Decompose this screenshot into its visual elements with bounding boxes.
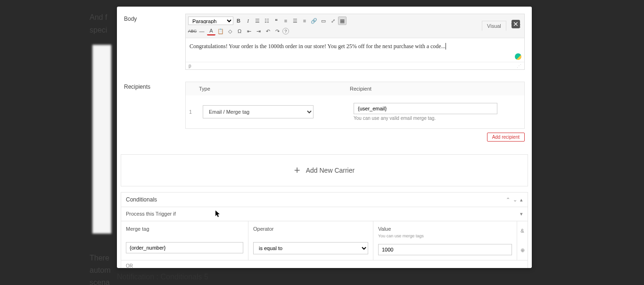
body-label: Body bbox=[124, 14, 185, 70]
tab-visual[interactable]: Visual bbox=[482, 21, 506, 31]
recipient-row: 1 Email / Merge tag You can use any vali… bbox=[186, 95, 524, 128]
body-text: Congratulations! Your order is the 1000t… bbox=[190, 43, 446, 50]
help-icon[interactable]: ? bbox=[282, 28, 289, 34]
body-section: Body Paragraph B I ☰ ☷ ❝ ≡ ☰ ≡ bbox=[117, 7, 532, 77]
bg-text: There bbox=[90, 254, 109, 262]
paste-text-icon[interactable]: 📋 bbox=[216, 27, 225, 35]
readmore-icon[interactable]: ▭ bbox=[319, 17, 328, 25]
col-recipient-header: Recipient bbox=[346, 82, 524, 95]
conditionals-section: Conditionals ⌃ ⌄ ▴ Process this Trigger … bbox=[121, 192, 528, 268]
grammarly-icon[interactable] bbox=[515, 53, 521, 60]
undo-icon[interactable]: ↶ bbox=[264, 27, 272, 35]
align-left-icon[interactable]: ≡ bbox=[281, 17, 290, 25]
operator-label: Operator bbox=[253, 226, 368, 232]
bg-text: scena bbox=[90, 278, 110, 285]
bold-icon[interactable]: B bbox=[234, 17, 243, 25]
format-select[interactable]: Paragraph bbox=[188, 17, 233, 25]
modal-lightbox: Visual Text Body Paragraph B I ☰ ☷ ❝ ≡ bbox=[117, 7, 532, 268]
fullscreen-icon[interactable]: ⤢ bbox=[329, 17, 337, 25]
toolbar-toggle-icon[interactable]: ▦ bbox=[338, 17, 347, 25]
image-caption: Notification : Conditionals 5 bbox=[117, 273, 208, 281]
chevron-up-icon[interactable]: ⌃ bbox=[506, 197, 510, 203]
recipient-value-input[interactable] bbox=[354, 103, 497, 114]
editor-textarea[interactable]: Congratulations! Your order is the 1000t… bbox=[186, 38, 524, 62]
value-input[interactable] bbox=[378, 244, 512, 255]
clear-format-icon[interactable]: ◇ bbox=[226, 27, 234, 35]
collapse-icon[interactable]: ▴ bbox=[520, 197, 523, 203]
conditionals-title: Conditionals bbox=[126, 196, 157, 203]
bg-panel bbox=[92, 45, 111, 234]
blockquote-icon[interactable]: ❝ bbox=[272, 17, 281, 25]
text-color-icon[interactable]: A bbox=[207, 27, 215, 35]
plus-icon: + bbox=[294, 164, 300, 176]
chevron-down-icon[interactable]: ⌄ bbox=[513, 197, 517, 203]
close-button[interactable]: ✕ bbox=[512, 20, 520, 28]
merge-tag-input[interactable] bbox=[126, 242, 243, 253]
recipients-table: Type Recipient 1 Email / Merge tag You c… bbox=[185, 82, 525, 129]
add-condition-icon[interactable]: ⊕ bbox=[520, 247, 525, 253]
and-button[interactable]: & bbox=[520, 228, 524, 234]
bg-text: And f bbox=[90, 13, 107, 22]
operator-select[interactable]: is equal to bbox=[253, 242, 368, 254]
bg-text: speci bbox=[90, 26, 107, 34]
recipient-type-select[interactable]: Email / Merge tag bbox=[203, 105, 314, 118]
hr-icon[interactable]: — bbox=[198, 27, 206, 35]
recipients-label: Recipients bbox=[124, 82, 185, 142]
redo-icon[interactable]: ↷ bbox=[273, 27, 281, 35]
add-carrier-label: Add New Carrier bbox=[306, 167, 355, 174]
col-type-header: Type bbox=[195, 82, 346, 95]
element-path: p bbox=[189, 63, 191, 68]
strikethrough-icon[interactable]: ABC bbox=[188, 27, 197, 35]
editor-toolbar: Paragraph B I ☰ ☷ ❝ ≡ ☰ ≡ 🔗 ▭ ⤢ ▦ bbox=[186, 14, 524, 38]
trigger-condition-select[interactable]: Process this Trigger if ▾ bbox=[121, 207, 528, 221]
merge-tag-label: Merge tag bbox=[126, 226, 243, 232]
add-recipient-button[interactable]: Add recipient bbox=[487, 133, 525, 142]
or-label: OR bbox=[121, 260, 528, 268]
indent-icon[interactable]: ⇥ bbox=[254, 27, 263, 35]
wysiwyg-editor: Paragraph B I ☰ ☷ ❝ ≡ ☰ ≡ 🔗 ▭ ⤢ ▦ bbox=[185, 14, 525, 70]
number-list-icon[interactable]: ☷ bbox=[263, 17, 271, 25]
bg-text: autom bbox=[90, 266, 110, 275]
align-center-icon[interactable]: ☰ bbox=[291, 17, 299, 25]
editor-statusbar: p ⋰ bbox=[186, 62, 524, 69]
value-label: Value bbox=[378, 226, 512, 232]
outdent-icon[interactable]: ⇤ bbox=[245, 27, 253, 35]
italic-icon[interactable]: I bbox=[244, 17, 252, 25]
recipients-section: Recipients Type Recipient 1 Email / Merg… bbox=[117, 77, 532, 149]
condition-row: Merge tag Operator is equal to Value You… bbox=[121, 221, 528, 260]
resize-handle-icon[interactable]: ⋰ bbox=[517, 63, 521, 68]
special-char-icon[interactable]: Ω bbox=[235, 27, 244, 35]
recipient-hint: You can use any valid email merge tag. bbox=[354, 116, 520, 121]
dropdown-icon: ▾ bbox=[520, 211, 523, 217]
row-number: 1 bbox=[186, 106, 195, 118]
link-icon[interactable]: 🔗 bbox=[310, 17, 318, 25]
add-carrier-button[interactable]: + Add New Carrier bbox=[121, 154, 528, 186]
bullet-list-icon[interactable]: ☰ bbox=[253, 17, 262, 25]
align-right-icon[interactable]: ≡ bbox=[300, 17, 309, 25]
value-hint: You can use merge tags bbox=[378, 234, 512, 238]
